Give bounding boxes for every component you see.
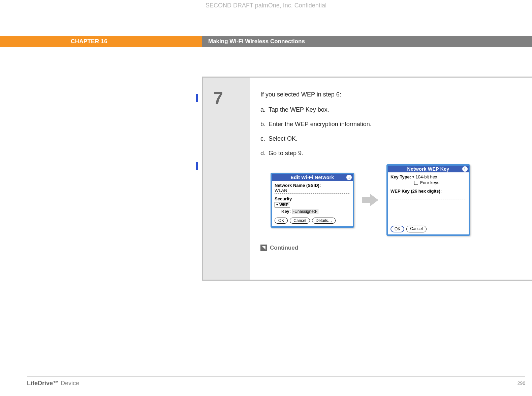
- chapter-title: Making Wi-Fi Wireless Connections: [202, 36, 532, 47]
- wep-key-row: Key: -Unassigned-: [281, 209, 350, 214]
- screenshot-body: Network Name (SSID): WLAN Security ▾ WEP…: [272, 181, 353, 226]
- button-row: OK Cancel Details…: [275, 218, 350, 224]
- continued-arrow-icon: [260, 245, 267, 251]
- step-intro-text: If you selected WEP in step 6:: [260, 91, 519, 98]
- svg-marker-0: [362, 194, 378, 206]
- substep-item: d.Go to step 9.: [260, 150, 519, 157]
- checkbox-icon: [414, 181, 418, 185]
- substep-text: Select OK.: [269, 135, 298, 142]
- button-row: OK Cancel: [390, 226, 427, 232]
- ssid-value: WLAN: [275, 188, 350, 194]
- footer-product-bold: LifeDrive™: [27, 380, 59, 387]
- footer-product-rest: Device: [59, 380, 79, 387]
- substep-letter: d.: [260, 150, 269, 157]
- step-body-column: If you selected WEP in step 6: a.Tap the…: [250, 78, 532, 280]
- draft-watermark: SECOND DRAFT palmOne, Inc. Confidential: [0, 2, 532, 9]
- wep-key-input-line: [390, 194, 466, 199]
- wep-key-hex-label: WEP Key (26 hex digits):: [390, 189, 466, 194]
- footer-product-name: LifeDrive™ Device: [27, 380, 79, 387]
- security-heading: Security: [275, 196, 350, 201]
- info-icon: i: [462, 166, 468, 172]
- ok-button: OK: [275, 218, 288, 224]
- details-button: Details…: [312, 218, 336, 224]
- substep-text: Go to step 9.: [269, 150, 303, 157]
- revision-mark: [196, 162, 198, 170]
- substep-item: c.Select OK.: [260, 135, 519, 142]
- dropdown-triangle-icon: ▾: [412, 175, 414, 179]
- footer-page-number: 296: [518, 380, 525, 386]
- cancel-button: Cancel: [290, 218, 310, 224]
- substep-letter: c.: [260, 135, 269, 142]
- continued-row: Continued: [260, 245, 519, 251]
- step-content-block: 7 If you selected WEP in step 6: a.Tap t…: [202, 77, 532, 281]
- key-type-row: Key Type: ▾ 104-bit hex: [390, 174, 466, 179]
- security-dropdown: ▾ WEP: [275, 202, 290, 207]
- substep-letter: a.: [260, 106, 269, 113]
- dropdown-triangle-icon: ▾: [276, 203, 278, 206]
- four-keys-label: Four keys: [420, 180, 439, 185]
- ok-button: OK: [390, 226, 404, 232]
- screenshot-title-text: Edit Wi-Fi Network: [291, 175, 334, 180]
- step-substeps: a.Tap the WEP Key box. b.Enter the WEP e…: [260, 106, 519, 157]
- network-wep-key-screenshot: Network WEP Key i Key Type: ▾ 104-bit he…: [386, 164, 470, 236]
- ssid-label: Network Name (SSID):: [275, 183, 350, 188]
- step-number: 7: [213, 89, 240, 107]
- continued-text: Continued: [270, 245, 298, 251]
- chapter-header-bar: CHAPTER 16 Making Wi-Fi Wireless Connect…: [0, 36, 532, 47]
- screenshot-body: Key Type: ▾ 104-bit hex Four keys WEP Ke…: [388, 172, 469, 234]
- info-icon: i: [346, 175, 352, 180]
- screenshots-row: Edit Wi-Fi Network i Network Name (SSID)…: [271, 164, 519, 236]
- substep-item: b.Enter the WEP encryption information.: [260, 121, 519, 128]
- substep-letter: b.: [260, 121, 269, 128]
- key-value-box: -Unassigned-: [292, 209, 318, 214]
- substep-text: Tap the WEP Key box.: [269, 106, 329, 113]
- key-type-label: Key Type:: [390, 174, 411, 179]
- substep-text: Enter the WEP encryption information.: [269, 121, 372, 128]
- arrow-right-icon: [361, 192, 380, 208]
- screenshot-titlebar: Network WEP Key i: [388, 166, 469, 172]
- security-value: WEP: [279, 202, 288, 207]
- step-number-column: 7: [203, 78, 250, 280]
- substep-item: a.Tap the WEP Key box.: [260, 106, 519, 113]
- screenshot-title-text: Network WEP Key: [407, 166, 449, 172]
- four-keys-row: Four keys: [414, 180, 466, 185]
- edit-wifi-network-screenshot: Edit Wi-Fi Network i Network Name (SSID)…: [271, 173, 354, 228]
- key-label: Key:: [281, 209, 291, 214]
- screenshot-titlebar: Edit Wi-Fi Network i: [272, 174, 353, 181]
- revision-mark: [196, 94, 198, 102]
- cancel-button: Cancel: [406, 226, 426, 232]
- footer-rule: [27, 376, 525, 376]
- key-type-value: 104-bit hex: [415, 174, 437, 179]
- chapter-label: CHAPTER 16: [0, 36, 202, 47]
